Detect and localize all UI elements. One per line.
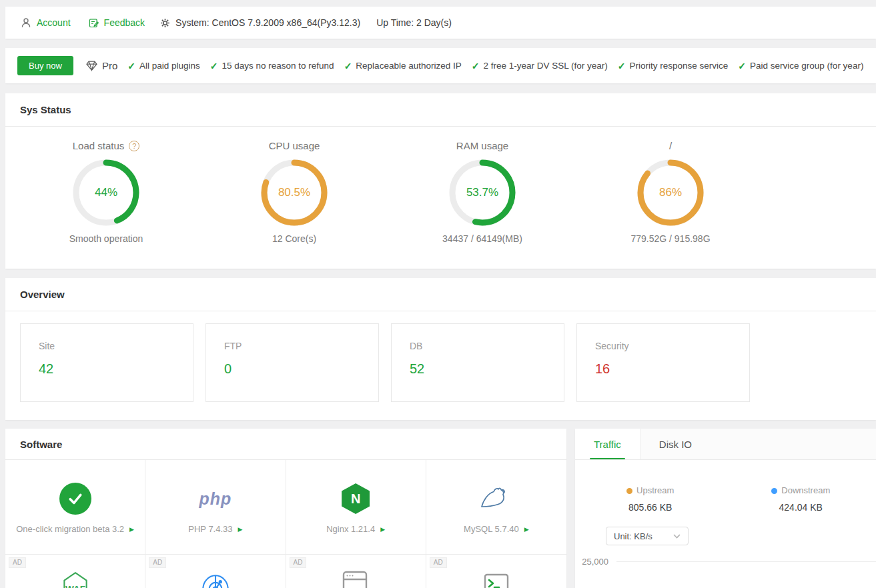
software-item-label: Nginx 1.21.4 [326,524,375,534]
feature-item: ✓Replaceable authorized IP [344,61,462,71]
traffic-body: Upstream 805.66 KB Downstream 424.04 KB … [575,460,876,588]
card-value[interactable]: 42 [39,361,193,377]
gauge-cpu-usage: CPU usage 80.5% 12 Core(s) [200,140,388,244]
feature-item: ✓All paid plugins [127,61,200,71]
uptime-label: Up Time: 2 Day(s) [376,17,452,28]
software-item-label: PHP 7.4.33 [188,524,232,534]
mysql-dolphin-icon [478,485,514,513]
gauge-title: Load status [73,140,125,151]
load-gauge-donut[interactable]: 44% [71,158,141,227]
gauge-title: RAM usage [456,140,508,151]
feature-item: ✓Priority response service [618,61,729,71]
card-value[interactable]: 0 [224,361,378,377]
software-item-migration[interactable]: One-click migration beta 3.2▶ [5,460,145,555]
ad-item-waf[interactable]: AD WAF [5,555,145,588]
software-item-label: MySQL 5.7.40 [464,524,519,534]
overview-card-ftp[interactable]: FTP 0 [205,323,379,402]
check-icon: ✓ [210,61,218,71]
tab-disk-io[interactable]: Disk IO [640,429,711,459]
system-info: System: CentOS 7.9.2009 x86_64(Py3.12.3) [159,17,360,29]
overview-card-security[interactable]: Security 16 [576,323,750,402]
account-link[interactable]: Account [20,17,71,29]
software-item-php[interactable]: php PHP 7.4.33▶ [145,460,286,555]
help-icon[interactable]: ? [129,141,139,151]
pro-link[interactable]: Pro [85,59,117,72]
cpu-gauge-donut[interactable]: 80.5% [260,158,329,227]
tab-traffic[interactable]: Traffic [575,429,640,459]
legend-upstream[interactable]: Upstream 805.66 KB [575,484,726,513]
pro-label: Pro [102,60,117,71]
play-icon[interactable]: ▶ [380,526,385,533]
ad-badge: AD [290,557,307,568]
gauge-sublabel: 34437 / 64149(MB) [388,233,576,244]
software-title: Software [5,429,566,460]
gauge-sublabel: Smooth operation [12,233,200,244]
card-value[interactable]: 16 [595,361,749,377]
gauge-sublabel: 12 Core(s) [200,233,388,244]
sys-status-title: Sys Status [5,93,876,127]
downstream-dot-icon [771,488,777,494]
feature-item: ✓15 days no reason to refund [210,61,334,71]
sys-status-section: Sys Status Load status ? 44% Smooth oper… [5,93,876,269]
uptime-info: Up Time: 2 Day(s) [376,17,452,28]
feature-item: ✓2 free 1-year DV SSL (for year) [472,61,608,71]
check-icon: ✓ [127,61,135,71]
gauge-disk-root: / 86% 779.52G / 915.98G [576,140,765,244]
traffic-tabs: Traffic Disk IO [575,429,876,460]
legend-label: Upstream [636,485,674,495]
account-label: Account [37,17,71,28]
check-icon: ✓ [618,61,626,71]
gauge-sublabel: 779.52G / 915.98G [576,233,765,244]
play-icon[interactable]: ▶ [129,526,134,533]
feedback-link[interactable]: Feedback [88,17,145,29]
upstream-dot-icon [626,488,632,494]
card-label: DB [410,341,564,351]
software-grid: One-click migration beta 3.2▶ php PHP 7.… [5,460,566,588]
check-icon: ✓ [738,61,746,71]
buy-now-button[interactable]: Buy now [17,56,73,75]
overview-card-site[interactable]: Site 42 [20,323,193,402]
feedback-icon [88,17,99,29]
top-bar: Account Feedback System: CentOS 7.9.2009… [5,7,876,39]
play-icon[interactable]: ▶ [238,526,243,533]
software-item-nginx[interactable]: N Nginx 1.21.4▶ [286,460,426,555]
software-item-mysql[interactable]: MySQL 5.7.40▶ [426,460,566,555]
upstream-value: 805.66 KB [575,502,726,513]
radar-icon [199,571,232,588]
gem-icon [85,59,98,72]
feature-item: ✓Paid service group (for year) [738,61,863,71]
software-section: Software One-click migration beta 3.2▶ p… [5,429,566,588]
card-value[interactable]: 52 [410,361,564,377]
card-label: FTP [224,341,378,351]
software-item-label: One-click migration beta 3.2 [16,524,124,534]
downstream-value: 424.04 KB [726,502,876,513]
overview-section: Overview Site 42 FTP 0 DB 52 Security 16 [5,278,876,420]
play-icon[interactable]: ▶ [524,526,529,533]
ad-item-terminal[interactable]: AD [426,555,566,588]
gauge-title: CPU usage [269,140,320,151]
php-logo-icon: php [199,489,232,509]
unit-select[interactable]: Unit: KB/s [606,527,689,545]
gauges-row: Load status ? 44% Smooth operation CPU u… [5,127,876,244]
gear-icon [159,17,171,29]
card-label: Site [39,341,193,351]
legend-downstream[interactable]: Downstream 424.04 KB [726,484,876,513]
traffic-chart: 25,000 20,000 [575,557,876,588]
waf-shield-icon: WAF [59,569,92,588]
promo-bar: Buy now Pro ✓All paid plugins ✓15 days n… [5,48,876,83]
chevron-down-icon [673,534,681,539]
svg-text:WAF: WAF [65,584,85,588]
overview-title: Overview [5,278,876,311]
ad-item-radar[interactable]: AD [145,555,286,588]
check-icon: ✓ [344,61,352,71]
ram-gauge-donut[interactable]: 53.7% [448,158,517,227]
overview-cards-row: Site 42 FTP 0 DB 52 Security 16 [5,311,876,402]
gauge-value: 86% [636,158,705,227]
disk-gauge-donut[interactable]: 86% [636,158,705,227]
gridline [616,561,876,562]
gauge-value: 80.5% [260,158,329,227]
overview-card-db[interactable]: DB 52 [391,323,564,402]
migration-check-icon [59,483,91,515]
traffic-legend: Upstream 805.66 KB Downstream 424.04 KB [575,484,876,513]
ad-item-site-monitor[interactable]: AD [286,555,426,588]
